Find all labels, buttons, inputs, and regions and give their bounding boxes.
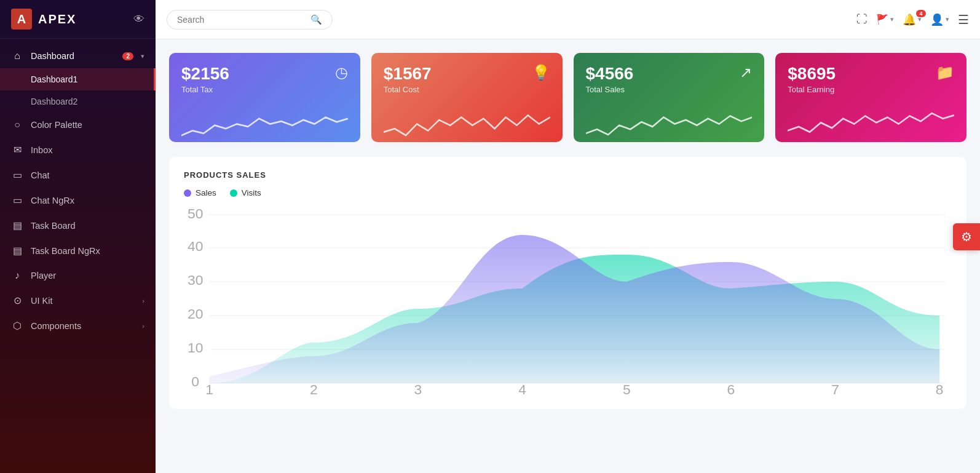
sidebar-item-player[interactable]: ♪ Player — [0, 263, 156, 288]
sidebar-item-ui-kit[interactable]: ⊙ UI Kit › — [0, 288, 156, 313]
card-label: Total Sales — [586, 85, 634, 94]
sidebar-item-label: Task Board NgRx — [31, 246, 144, 256]
sidebar-subitem-label: Dashboard1 — [31, 74, 77, 84]
sidebar-item-dashboard1[interactable]: Dashboard1 — [0, 68, 156, 90]
sidebar-item-label: UI Kit — [31, 296, 135, 306]
card-value: $8695 — [788, 64, 836, 84]
sidebar-item-chat-ngrx[interactable]: ▭ Chat NgRx — [0, 188, 156, 213]
svg-text:1: 1 — [205, 382, 213, 395]
sidebar-item-label: Dashboard — [31, 51, 114, 61]
search-input[interactable] — [177, 15, 306, 25]
sidebar-item-label: Chat — [31, 170, 144, 180]
logo-icon: A — [11, 9, 32, 30]
legend-visits-label: Visits — [242, 188, 261, 197]
card-value: $1567 — [384, 64, 432, 84]
sidebar-item-components[interactable]: ⬡ Components › — [0, 313, 156, 338]
card-label: Total Cost — [384, 85, 432, 94]
user-icon: 👤 — [930, 13, 944, 26]
components-icon: ⬡ — [11, 320, 23, 332]
search-box[interactable]: 🔍 — [167, 10, 333, 30]
legend-sales: Sales — [184, 188, 216, 197]
sidebar-item-label: Player — [31, 271, 144, 280]
sidebar-item-dashboard2[interactable]: Dashboard2 — [0, 90, 156, 113]
settings-fab[interactable]: ⚙ — [953, 223, 980, 250]
card-chart — [181, 105, 348, 142]
sidebar-item-label: Inbox — [31, 145, 144, 155]
taskboard-icon: ▤ — [11, 220, 23, 231]
card-chart — [788, 105, 954, 142]
sidebar: A APEX 👁 ⌂ Dashboard 2 ▾ Dashboard1 Dash… — [0, 0, 156, 473]
sidebar-item-label: Task Board — [31, 221, 144, 231]
chat-icon: ▭ — [11, 169, 23, 181]
chat-ngrx-icon: ▭ — [11, 194, 23, 206]
header-actions: ⛶ 🚩 ▾ 🔔 4 ▾ 👤 ▾ ☰ — [856, 12, 969, 27]
inbox-icon: ✉ — [11, 144, 23, 156]
uikit-icon: ⊙ — [11, 295, 23, 306]
svg-text:30: 30 — [188, 272, 203, 287]
products-sales-section: PRODUCTS SALES Sales Visits — [169, 157, 966, 409]
card-top: $1567 Total Cost 💡 — [384, 64, 550, 94]
svg-text:5: 5 — [623, 382, 631, 395]
legend-visits: Visits — [230, 188, 261, 197]
svg-text:20: 20 — [188, 306, 203, 321]
sidebar-item-task-board-ngrx[interactable]: ▤ Task Board NgRx — [0, 238, 156, 263]
sidebar-item-task-board[interactable]: ▤ Task Board — [0, 213, 156, 238]
section-title: PRODUCTS SALES — [184, 170, 952, 180]
card-chart — [586, 105, 753, 142]
app-name: APEX — [38, 12, 76, 26]
card-top: $4566 Total Sales ↗ — [586, 64, 753, 94]
sidebar-item-label: Chat NgRx — [31, 196, 144, 205]
card-chart — [384, 105, 550, 142]
bell-icon: 🔔 — [903, 13, 916, 26]
card-value: $4566 — [586, 64, 634, 84]
lightbulb-icon: 💡 — [532, 64, 550, 81]
sidebar-item-inbox[interactable]: ✉ Inbox — [0, 137, 156, 162]
card-top: $2156 Total Tax ◷ — [181, 64, 348, 94]
flag-arrow: ▾ — [890, 15, 894, 23]
sidebar-item-dashboard[interactable]: ⌂ Dashboard 2 ▾ — [0, 44, 156, 68]
svg-text:0: 0 — [191, 374, 199, 389]
palette-icon: ○ — [11, 119, 23, 130]
card-top: $8695 Total Earning 📁 — [788, 64, 954, 94]
sidebar-item-color-palette[interactable]: ○ Color Palette — [0, 113, 156, 137]
taskboard-ngrx-icon: ▤ — [11, 245, 23, 256]
user-arrow: ▾ — [946, 15, 949, 23]
svg-text:7: 7 — [831, 382, 839, 395]
content-area: $2156 Total Tax ◷ $1567 Total Cost — [156, 39, 980, 473]
stat-cards: $2156 Total Tax ◷ $1567 Total Cost — [169, 53, 966, 142]
svg-text:40: 40 — [188, 239, 203, 253]
sidebar-item-label: Color Palette — [31, 120, 144, 130]
hamburger-icon[interactable]: ☰ — [958, 12, 969, 27]
card-label: Total Earning — [788, 85, 836, 94]
legend-sales-label: Sales — [196, 188, 216, 197]
svg-text:10: 10 — [188, 340, 203, 355]
svg-text:8: 8 — [936, 382, 944, 395]
svg-text:2: 2 — [310, 382, 318, 395]
svg-text:4: 4 — [518, 382, 526, 395]
eye-icon[interactable]: 👁 — [133, 13, 144, 26]
chart-legend: Sales Visits — [184, 188, 952, 197]
main-area: 🔍 ⛶ 🚩 ▾ 🔔 4 ▾ 👤 ▾ ☰ — [156, 0, 980, 473]
fullscreen-icon[interactable]: ⛶ — [856, 13, 867, 26]
card-label: Total Tax — [181, 85, 229, 94]
folder-icon: 📁 — [936, 64, 954, 81]
home-icon: ⌂ — [11, 50, 23, 62]
svg-text:6: 6 — [727, 382, 735, 395]
header: 🔍 ⛶ 🚩 ▾ 🔔 4 ▾ 👤 ▾ ☰ — [156, 0, 980, 39]
card-value: $2156 — [181, 64, 229, 84]
sidebar-item-chat[interactable]: ▭ Chat — [0, 162, 156, 188]
user-menu[interactable]: 👤 ▾ — [930, 13, 949, 26]
stat-card-total-sales: $4566 Total Sales ↗ — [574, 53, 765, 142]
trending-up-icon: ↗ — [740, 64, 752, 81]
stat-card-total-tax: $2156 Total Tax ◷ — [169, 53, 360, 142]
search-icon[interactable]: 🔍 — [310, 14, 322, 25]
flag-menu[interactable]: 🚩 ▾ — [876, 14, 894, 25]
gear-icon: ⚙ — [961, 229, 972, 244]
sidebar-nav: ⌂ Dashboard 2 ▾ Dashboard1 Dashboard2 ○ … — [0, 39, 156, 473]
notification-badge: 4 — [916, 10, 926, 17]
chevron-right-icon: › — [142, 297, 144, 304]
chevron-right-icon: › — [142, 322, 144, 330]
sidebar-subitem-label: Dashboard2 — [31, 97, 77, 106]
notifications-menu[interactable]: 🔔 4 ▾ — [903, 13, 922, 26]
sidebar-item-label: Components — [31, 321, 135, 331]
